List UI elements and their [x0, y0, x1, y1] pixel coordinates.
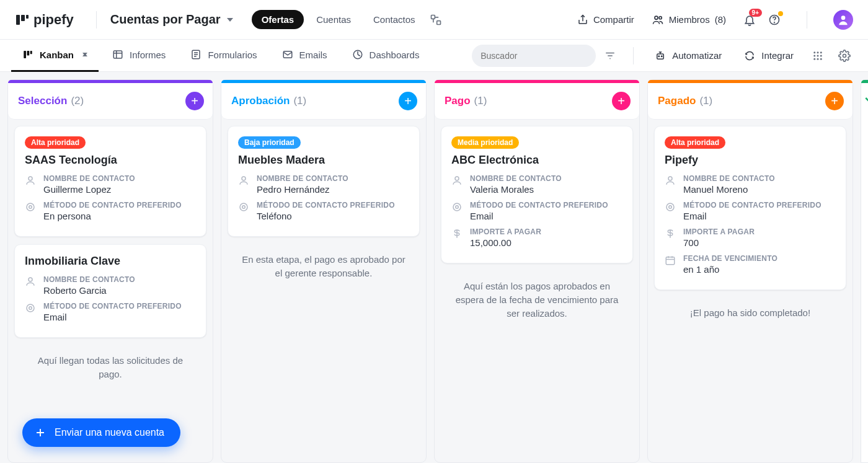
fab-label: Enviar una nueva cuenta	[55, 427, 164, 438]
divider	[96, 11, 97, 29]
chevron-down-icon	[82, 53, 87, 56]
svg-point-41	[453, 203, 461, 211]
card-title: SAAS Tecnología	[25, 154, 196, 167]
card-title: Pipefy	[665, 154, 836, 167]
svg-point-20	[662, 56, 663, 57]
svg-point-42	[456, 206, 459, 209]
svg-rect-4	[436, 20, 440, 24]
kanban-icon	[22, 49, 33, 60]
tab-emails-label: Emails	[299, 50, 327, 60]
svg-point-36	[29, 307, 32, 310]
reports-icon	[112, 49, 123, 60]
workspace-title: Cuentas por Pagar	[110, 12, 221, 27]
column-next-peek[interactable]	[861, 79, 868, 463]
field-label: MÉTODO DE CONTACTO PREFERIDO	[257, 201, 395, 209]
logo[interactable]: pipefy	[15, 12, 74, 28]
priority-badge: Media prioridad	[451, 136, 519, 149]
card-title: Muebles Madera	[238, 154, 409, 167]
tab-formularios[interactable]: Formularios	[179, 40, 268, 72]
calendar-icon	[665, 255, 676, 275]
svg-point-27	[813, 58, 815, 60]
person-icon	[238, 175, 249, 195]
add-card-button[interactable]: +	[185, 92, 204, 110]
field-value: Email	[470, 211, 608, 221]
target-icon	[665, 201, 676, 221]
svg-point-34	[29, 278, 32, 281]
svg-rect-12	[30, 51, 32, 54]
add-card-button[interactable]: +	[825, 92, 844, 110]
members-button[interactable]: Miembros (8)	[652, 14, 726, 26]
field-label: MÉTODO DE CONTACTO PREFERIDO	[470, 201, 608, 209]
tab-dashboards-label: Dashboards	[370, 50, 420, 60]
tab-informes-label: Informes	[130, 50, 166, 60]
field-label: IMPORTE A PAGAR	[470, 227, 541, 236]
column-description: ¡El pago ha sido completado!	[654, 298, 846, 326]
svg-point-30	[843, 54, 846, 57]
workflow-icon[interactable]	[428, 12, 444, 28]
column-count: (1)	[293, 95, 306, 107]
field-value: Pedro Hernández	[257, 184, 348, 195]
field-label: NOMBRE DE CONTACTO	[470, 174, 562, 183]
card-pipefy[interactable]: Alta prioridad Pipefy NOMBRE DE CONTACTO…	[654, 126, 846, 290]
card-saas[interactable]: Alta prioridad SAAS Tecnología NOMBRE DE…	[14, 126, 206, 237]
person-icon	[25, 276, 36, 296]
column-pago: Pago (1) + Media prioridad ABC Electróni…	[434, 79, 640, 463]
svg-point-45	[669, 206, 672, 209]
field-label: MÉTODO DE CONTACTO PREFERIDO	[43, 302, 182, 311]
column-title: Aprobación	[231, 95, 290, 107]
add-card-button[interactable]: +	[612, 92, 631, 110]
card-abc[interactable]: Media prioridad ABC Electrónica NOMBRE D…	[441, 126, 633, 263]
integrate-button[interactable]: Integrar	[734, 50, 804, 61]
target-icon	[25, 302, 36, 322]
field-label: NOMBRE DE CONTACTO	[257, 174, 348, 183]
check-icon	[861, 83, 868, 104]
card-title: ABC Electrónica	[451, 154, 622, 167]
dollar-icon	[665, 228, 676, 248]
robot-icon	[655, 50, 666, 61]
svg-point-24	[813, 55, 815, 56]
tab-dashboards[interactable]: Dashboards	[341, 40, 431, 72]
card-muebles[interactable]: Baja prioridad Muebles Madera NOMBRE DE …	[228, 126, 420, 237]
nav-contactos[interactable]: Contactos	[363, 10, 425, 29]
new-account-fab[interactable]: Enviar una nueva cuenta	[22, 418, 180, 447]
svg-point-35	[27, 304, 34, 312]
field-value: en 1 año	[683, 264, 777, 275]
svg-point-28	[817, 58, 819, 60]
search-input[interactable]	[480, 51, 589, 61]
priority-badge: Alta prioridad	[665, 136, 725, 149]
help-button[interactable]	[768, 14, 781, 26]
card-title: Inmobiliaria Clave	[25, 255, 196, 268]
svg-point-26	[820, 55, 822, 56]
add-card-button[interactable]: +	[399, 92, 417, 110]
share-icon	[577, 14, 588, 25]
search-box[interactable]	[472, 45, 596, 67]
workspace-selector[interactable]: Cuentas por Pagar	[110, 12, 233, 27]
card-inmobiliaria[interactable]: Inmobiliaria Clave NOMBRE DE CONTACTORob…	[14, 244, 206, 338]
svg-point-39	[242, 206, 246, 209]
tab-formularios-label: Formularios	[208, 50, 257, 60]
share-button[interactable]: Compartir	[577, 14, 634, 25]
tab-emails[interactable]: Emails	[271, 40, 339, 72]
logo-icon	[15, 12, 30, 27]
apps-button[interactable]	[806, 50, 830, 61]
divider	[807, 11, 807, 29]
filter-button[interactable]	[598, 50, 622, 61]
nav-cuentas[interactable]: Cuentas	[306, 10, 361, 29]
svg-point-32	[27, 203, 34, 211]
tab-informes[interactable]: Informes	[101, 40, 177, 72]
svg-rect-11	[27, 51, 30, 56]
target-icon	[451, 201, 463, 221]
column-count: (1)	[699, 95, 712, 107]
nav-ofertas[interactable]: Ofertas	[252, 10, 304, 29]
svg-point-31	[29, 177, 32, 180]
chevron-down-icon	[227, 18, 233, 22]
automate-button[interactable]: Automatizar	[645, 50, 732, 61]
svg-point-44	[666, 203, 674, 211]
user-avatar[interactable]	[833, 10, 853, 30]
person-icon	[25, 175, 36, 195]
avatar-icon	[837, 14, 849, 26]
tab-kanban[interactable]: Kanban	[11, 40, 99, 72]
column-pagado: Pagado (1) + Alta prioridad Pipefy NOMBR…	[647, 79, 853, 463]
settings-button[interactable]	[832, 50, 857, 62]
notifications-button[interactable]: 9+	[743, 14, 756, 26]
